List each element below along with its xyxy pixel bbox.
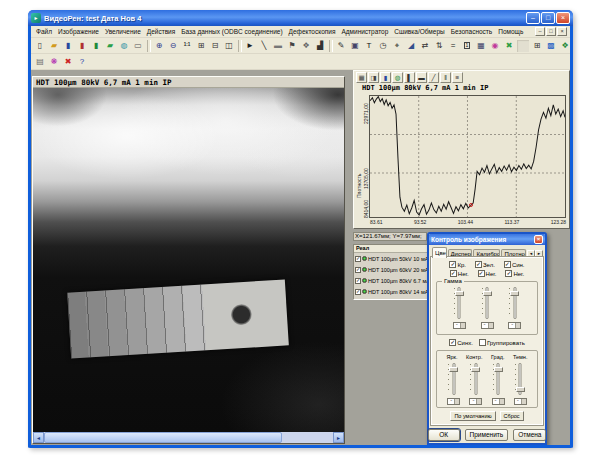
equals-icon[interactable]: = <box>446 39 460 53</box>
flip-horizontal-icon[interactable]: ⇄ <box>418 39 432 53</box>
vertical-profile-icon[interactable]: ▌ <box>404 72 415 83</box>
item-checkbox[interactable] <box>355 267 361 273</box>
menu-item[interactable]: Администратор <box>338 28 391 35</box>
xray-image[interactable] <box>33 88 344 432</box>
save-green-icon[interactable]: ▮ <box>89 39 103 53</box>
new-icon[interactable]: ▯ <box>33 39 47 53</box>
pan-hand-icon[interactable]: ❖ <box>299 39 313 53</box>
channel-checkbox[interactable]: Кр. <box>449 261 466 268</box>
reset-button[interactable]: Сброс <box>500 411 524 421</box>
item-checkbox[interactable] <box>355 278 361 284</box>
save-red-icon[interactable]: ▮ <box>75 39 89 53</box>
close-button[interactable] <box>556 12 570 24</box>
scroll-thumb[interactable] <box>44 432 282 443</box>
menu-item[interactable]: Действия <box>144 28 178 35</box>
globe-icon[interactable]: ◍ <box>117 39 131 53</box>
histogram-icon[interactable]: ▟ <box>313 39 327 53</box>
negative-checkbox[interactable]: Нег. <box>505 270 524 277</box>
print-icon[interactable]: ▭ <box>131 39 145 53</box>
gradation-spin[interactable] <box>492 398 505 405</box>
color-wheel-icon[interactable]: ◉ <box>488 39 502 53</box>
group-checkbox[interactable]: Группировать <box>479 339 525 346</box>
grid-icon[interactable]: ▦ <box>356 72 367 83</box>
scroll-right-arrow[interactable]: ► <box>333 432 344 443</box>
zoom-in-icon[interactable]: ⊕ <box>152 39 166 53</box>
item-checkbox[interactable] <box>355 289 361 295</box>
channel-checkbox[interactable]: Син. <box>504 261 525 268</box>
dialog-tab[interactable]: Цвет <box>432 247 447 258</box>
level-icon[interactable]: ▬ <box>271 39 285 53</box>
darkness-spin[interactable] <box>514 398 527 405</box>
pencil-icon[interactable]: ✎ <box>334 39 348 53</box>
tile-vertical-icon[interactable]: ◫ <box>222 39 236 53</box>
gamma-spin-green[interactable] <box>481 322 494 329</box>
slider-thumb[interactable] <box>471 367 480 372</box>
child-close-button[interactable] <box>557 27 567 36</box>
brightness-spin[interactable] <box>447 398 460 405</box>
copy-icon[interactable]: ◨ <box>368 72 379 83</box>
single-window-icon[interactable]: 1 <box>460 39 474 53</box>
delete-icon[interactable]: ✖ <box>61 55 75 69</box>
menu-item[interactable]: Сшивка/Обмеры <box>391 28 447 35</box>
child-minimize-button[interactable] <box>535 27 545 36</box>
negative-checkbox[interactable]: Нег. <box>478 270 497 277</box>
contrast-spin[interactable] <box>469 398 482 405</box>
clock-icon[interactable]: ◷ <box>376 39 390 53</box>
cancel-button[interactable]: Отмена <box>513 429 546 441</box>
region-icon[interactable]: ▣ <box>348 39 362 53</box>
profile-plot[interactable] <box>369 95 566 218</box>
zoom-out-icon[interactable]: ⊖ <box>166 39 180 53</box>
gradation-slider[interactable] <box>492 361 505 397</box>
maximize-button[interactable] <box>541 12 555 24</box>
scroll-left-arrow[interactable]: ◄ <box>33 432 44 443</box>
horizontal-profile-icon[interactable]: ▬ <box>416 72 427 83</box>
options-icon[interactable]: ≡ <box>452 72 463 83</box>
menu-item[interactable]: Помощь <box>495 28 526 35</box>
negative-checkbox[interactable]: Нег. <box>450 270 469 277</box>
palette-icon[interactable]: ◍ <box>392 72 403 83</box>
gamma-spin-blue[interactable] <box>508 322 521 329</box>
image-list-item[interactable]: HDT 100µm 80kV 6.7 мА <box>354 275 427 286</box>
channel-checkbox[interactable]: Зел. <box>475 261 495 268</box>
target-icon[interactable]: ⌖ <box>390 39 404 53</box>
menu-item[interactable]: Файл <box>33 28 55 35</box>
actual-size-icon[interactable]: 1:1 <box>180 39 194 53</box>
image-list-item[interactable]: HDT 100µm 60kV 20 мА <box>354 264 427 275</box>
slider-thumb[interactable] <box>455 291 464 296</box>
marker-flag-icon[interactable]: ⚑ <box>285 39 299 53</box>
default-button[interactable]: По умолчанию <box>450 411 495 421</box>
menu-item[interactable]: Безопасность <box>448 28 495 35</box>
menu-item[interactable]: Увеличение <box>102 28 144 35</box>
pointer-icon[interactable]: ► <box>243 39 257 53</box>
sheet-grid-icon[interactable]: ▦ <box>474 39 488 53</box>
darkness-slider[interactable] <box>514 361 527 397</box>
slider-thumb[interactable] <box>510 291 519 296</box>
image-list-item[interactable]: HDT 100µm 50kV 10 мА <box>354 253 427 264</box>
gamma-slider-red[interactable] <box>453 285 466 321</box>
slider-thumb[interactable] <box>449 367 458 372</box>
open-icon[interactable]: ▰ <box>47 39 61 53</box>
slider-thumb[interactable] <box>494 367 503 372</box>
title-bar[interactable]: ▸ ВидеоРен: test Дата Нов 4 <box>28 10 573 26</box>
fit-image-icon[interactable]: ⊞ <box>194 39 208 53</box>
area-chart-icon[interactable]: ◢ <box>404 39 418 53</box>
thick-profile-icon[interactable]: ‖ <box>440 72 451 83</box>
menu-item[interactable]: Изображение <box>55 28 102 35</box>
dialog-title-bar[interactable]: Контроль изображения <box>429 234 545 245</box>
image-list-item[interactable]: HDT 100µm 80kV 14 мА <box>354 286 427 297</box>
save-icon[interactable]: ▮ <box>380 72 391 83</box>
minimize-button[interactable] <box>526 12 540 24</box>
contrast-slider[interactable] <box>469 361 482 397</box>
report-icon[interactable]: ▤ <box>33 55 47 69</box>
palette-icon[interactable]: ❖ <box>558 39 570 53</box>
text-icon[interactable]: T <box>362 39 376 53</box>
acquisition-icon[interactable]: ❋ <box>47 55 61 69</box>
ok-button[interactable]: ОК <box>428 429 460 441</box>
slider-thumb[interactable] <box>516 387 525 392</box>
brightness-slider[interactable] <box>447 361 460 397</box>
menu-item[interactable]: База данных (ODBC соединение) <box>178 28 285 35</box>
item-checkbox[interactable] <box>355 256 361 262</box>
apply-button[interactable]: Применить <box>465 429 509 441</box>
free-profile-icon[interactable]: ╱ <box>428 72 439 83</box>
profile-line-icon[interactable]: ╲ <box>257 39 271 53</box>
